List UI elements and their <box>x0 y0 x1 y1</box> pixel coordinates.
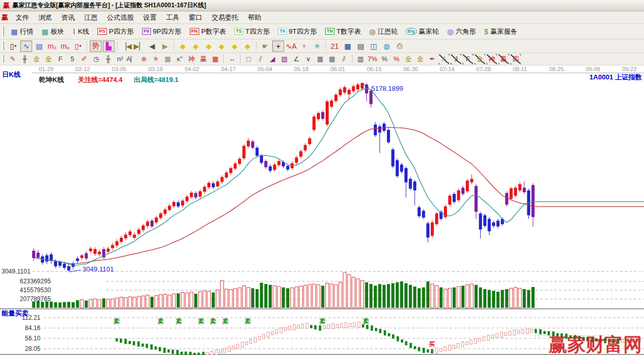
grid-lines-button[interactable]: ╫ <box>19 54 30 64</box>
scale-bars-button[interactable]: ▥ <box>355 54 366 64</box>
menu-item-公式选股[interactable]: 公式选股 <box>102 11 138 24</box>
pen-button[interactable]: ✎ <box>7 54 18 64</box>
angle-lines-button[interactable]: ∠ <box>291 54 302 64</box>
f-grid-button[interactable]: F <box>55 54 66 64</box>
menu-item-资讯[interactable]: 资讯 <box>57 11 79 24</box>
gann-compass-button[interactable]: ⊕ <box>138 54 149 64</box>
n-square-button[interactable]: n² <box>115 54 125 64</box>
calendar-button[interactable]: 21 <box>329 40 341 52</box>
pen-2-button[interactable]: ✐ <box>79 54 90 64</box>
toolbutton-江恩轮[interactable]: ◎江恩轮 <box>365 26 402 37</box>
single-candle-button[interactable]: ▯▾ <box>72 40 84 52</box>
menu-item-帮助[interactable]: 帮助 <box>243 11 266 24</box>
menu-item-文件[interactable]: 文件 <box>11 11 34 24</box>
toolbutton-六角形[interactable]: ◎六角形 <box>443 26 480 37</box>
compress-horizontal-button[interactable]: ◆ <box>216 40 228 52</box>
toolbutton-赢家服务[interactable]: $赢家服务 <box>480 26 522 37</box>
menu-item-交易委托[interactable]: 交易委托 <box>207 11 243 24</box>
prev-bar-button[interactable]: ◀ <box>146 40 158 52</box>
gold-line-button[interactable]: 金 <box>415 54 426 64</box>
ruler-grid-button[interactable]: ▦ <box>210 54 221 64</box>
toolbar-grip[interactable] <box>2 42 4 50</box>
menu-item-工具[interactable]: 工具 <box>161 11 184 24</box>
gold-grid-1-button[interactable]: 金 <box>31 54 42 64</box>
hash-button[interactable]: ╫ <box>103 54 114 64</box>
crosshair-button[interactable]: + <box>272 40 284 52</box>
seven-percent-button[interactable]: 7% <box>367 54 378 64</box>
grid-a-button[interactable]: ▦ <box>315 54 326 64</box>
toolbutton-P四方形[interactable]: PSP四方形 <box>93 26 138 37</box>
k-mark-button[interactable]: ĸ" <box>174 54 185 64</box>
gold-circle-button[interactable]: 金 <box>403 54 414 64</box>
menu-item-浏览[interactable]: 浏览 <box>34 11 57 24</box>
gann-fan-button[interactable]: ◢ <box>267 54 278 64</box>
toolbar-grip[interactable] <box>2 26 4 36</box>
ying-tool-button[interactable]: 赢 <box>198 54 209 64</box>
colored-histogram-button[interactable]: ▙ <box>103 40 115 52</box>
title-bar[interactable]: 赢 赢家江恩专业版[赢家内部服务平台] - [上证指数 SH1A0001-167… <box>0 0 644 11</box>
f-angle-button[interactable]: F <box>463 54 473 64</box>
toolbutton-T四方形[interactable]: TST四方形 <box>230 26 274 37</box>
menu-item-江恩[interactable]: 江恩 <box>79 11 102 24</box>
calculator-button[interactable]: ▦ <box>342 40 354 52</box>
grid-b-button[interactable]: ▦ <box>327 54 338 64</box>
toolbar-grip[interactable] <box>2 55 4 63</box>
expand-all-button[interactable]: ◆ <box>229 40 241 52</box>
h-span-button[interactable]: ↔ <box>227 54 237 64</box>
gann-shape-button[interactable]: ♆ <box>298 40 310 52</box>
ray-fan-button[interactable]: ⫽ <box>255 54 266 64</box>
expand-horizontal-button[interactable]: ◆ <box>203 40 215 52</box>
toolbutton-9T四方形[interactable]: T99T四方形 <box>274 26 321 37</box>
five-grid-button[interactable]: 5 <box>67 54 78 64</box>
star-grid-button[interactable]: ✳ <box>150 54 161 64</box>
gold-grid-2-button[interactable]: 金 <box>43 54 54 64</box>
ink-pen-button[interactable]: ✒ <box>427 54 438 64</box>
zigzag-v-button[interactable]: ∨ <box>303 54 314 64</box>
hand-drag-button[interactable]: ☛ <box>259 40 271 52</box>
duokong-button[interactable]: 势 <box>90 40 102 52</box>
percent-button[interactable]: % <box>379 54 390 64</box>
last-page-button[interactable]: ▶▏ <box>133 40 145 52</box>
smart-brain-button[interactable]: ✳ <box>311 40 323 52</box>
square-grid-button[interactable]: ▦ <box>162 54 173 64</box>
save-button[interactable]: ◫ <box>368 40 380 52</box>
toolbutton-9P四方形[interactable]: P99P四方形 <box>138 26 186 37</box>
shrink-right-button[interactable]: ◆ <box>190 40 202 52</box>
a-percent-button[interactable]: A <box>439 54 450 64</box>
toolbutton-P数字表[interactable]: PNP数字表 <box>186 26 230 37</box>
si-angle-button[interactable]: 四 <box>510 54 521 64</box>
box-tool-button[interactable]: ◻ <box>243 54 254 64</box>
web-export-button[interactable]: ◍ <box>381 40 393 52</box>
wave-9-button[interactable]: m₉ <box>59 40 71 52</box>
print-button[interactable]: ⎙ <box>394 40 405 52</box>
candle <box>400 165 403 172</box>
toolbutton-板块[interactable]: ▦板块 <box>37 26 68 37</box>
menu-item-窗口[interactable]: 窗口 <box>184 11 207 24</box>
gold-angle-button[interactable]: 金 <box>474 54 485 64</box>
info-panel-button[interactable]: ▤ <box>33 40 45 52</box>
kline-style-button[interactable]: ▯▾ <box>7 40 19 52</box>
shrink-left-button[interactable]: ◆ <box>177 40 189 52</box>
mark-zigzag-button[interactable]: ∿A <box>285 40 297 52</box>
time-cycle-button[interactable]: ◷ <box>91 54 102 64</box>
parallel-lines-button[interactable]: ⫽ <box>339 54 349 64</box>
toolbutton-K线[interactable]: ⌇K线 <box>68 26 93 37</box>
menu-item-设置[interactable]: 设置 <box>138 11 161 24</box>
box-fan-button[interactable]: ▨ <box>279 54 290 64</box>
compress-all-button[interactable]: ◆ <box>242 40 254 52</box>
toolbutton-赢家轮[interactable]: Big赢家轮 <box>402 26 443 37</box>
j-angle-button[interactable]: J <box>451 54 461 64</box>
shen-tool-button[interactable]: 神 <box>186 54 197 64</box>
notes-button[interactable]: ▤ <box>355 40 367 52</box>
shen-angle-button[interactable]: 神 <box>486 54 497 64</box>
qiankun-kline-button[interactable]: ∿ <box>20 40 32 52</box>
ying-angle-button[interactable]: 赢 <box>498 54 509 64</box>
percent-line-button[interactable]: % <box>391 54 402 64</box>
next-bar-button[interactable]: ▶ <box>159 40 171 52</box>
toolbutton-T数字表[interactable]: TNT数字表 <box>321 26 365 37</box>
wave-3-button[interactable]: m₃ <box>46 40 58 52</box>
chart-canvas[interactable]: 01-2902-1203-0503-1904-0204-1705-0405-18… <box>0 65 644 355</box>
toolbutton-行情[interactable]: ▦行情 <box>7 26 37 37</box>
a-line-button[interactable]: A⎸ <box>127 54 137 64</box>
first-page-button[interactable]: ▕◀ <box>120 40 132 52</box>
